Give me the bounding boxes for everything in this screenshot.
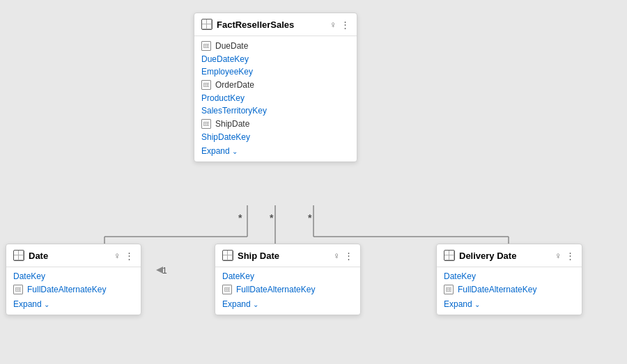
eye-icon-deliverydate[interactable]: ♀ — [555, 251, 562, 261]
section-icon-shipdate-fulldatealternatekey — [222, 285, 232, 294]
field-shipdatekey: ShipDateKey — [194, 131, 357, 143]
table-icon-date — [13, 250, 24, 261]
star-label-2: * — [270, 212, 274, 223]
table-title-shipdate: Ship Date — [238, 251, 329, 261]
field-salesterritorykey: SalesTerritoryKey — [194, 104, 357, 117]
field-label-employeekey: EmployeeKey — [201, 67, 253, 77]
more-icon-shipdate[interactable]: ⋮ — [344, 251, 353, 261]
section-duedate: DueDate — [194, 39, 357, 53]
expand-btn-date[interactable]: Expand ⌄ — [6, 296, 141, 312]
section-shipdate-fulldatealternatekey: FullDateAlternateKey — [215, 283, 360, 296]
field-label-deliverydate-fulldatealternatekey: FullDateAlternateKey — [458, 285, 536, 294]
table-card-shipdate: Ship Date ♀ ⋮ DateKey FullDateAlternateK… — [215, 244, 361, 315]
more-icon-deliverydate[interactable]: ⋮ — [566, 251, 575, 261]
section-label-orderdate: OrderDate — [215, 80, 254, 90]
table-body-deliverydate: DateKey FullDateAlternateKey Expand ⌄ — [437, 267, 582, 315]
field-label-salesterritorykey: SalesTerritoryKey — [201, 106, 267, 116]
table-header-date: Date ♀ ⋮ — [6, 244, 141, 267]
field-label-shipdatekey: ShipDateKey — [201, 132, 250, 142]
field-label-deliverydate-datekey: DateKey — [444, 271, 476, 281]
section-orderdate: OrderDate — [194, 78, 357, 92]
diagram-canvas: * * * 1 1 1 FactResellerSales ♀ ⋮ DueDat… — [0, 0, 627, 364]
header-actions-factresellersales: ♀ ⋮ — [330, 19, 350, 30]
section-date-fulldatealternatekey: FullDateAlternateKey — [6, 283, 141, 296]
table-title-factresellersales: FactResellerSales — [217, 19, 325, 30]
table-icon-deliverydate — [444, 250, 455, 261]
table-body-shipdate: DateKey FullDateAlternateKey Expand ⌄ — [215, 267, 360, 315]
field-label-date-fulldatealternatekey: FullDateAlternateKey — [27, 285, 106, 294]
table-header-factresellersales: FactResellerSales ♀ ⋮ — [194, 13, 357, 36]
section-deliverydate-fulldatealternatekey: FullDateAlternateKey — [437, 283, 582, 296]
chevron-icon-deliverydate: ⌄ — [474, 301, 480, 308]
header-actions-date: ♀ ⋮ — [114, 251, 134, 261]
field-label-duedatekey: DueDateKey — [201, 54, 249, 64]
table-icon-factresellersales — [201, 19, 212, 30]
star-label-1: * — [238, 212, 242, 223]
table-body-date: DateKey FullDateAlternateKey Expand ⌄ — [6, 267, 141, 315]
eye-icon-shipdate[interactable]: ♀ — [333, 251, 340, 261]
eye-icon-factresellersales[interactable]: ♀ — [330, 19, 336, 30]
expand-label-shipdate: Expand — [222, 299, 251, 309]
field-employeekey: EmployeeKey — [194, 65, 357, 78]
field-date-datekey: DateKey — [6, 270, 141, 283]
field-deliverydate-datekey: DateKey — [437, 270, 582, 283]
field-productkey: ProductKey — [194, 92, 357, 104]
field-shipdate-datekey: DateKey — [215, 270, 360, 283]
section-icon-date-fulldatealternatekey — [13, 285, 23, 294]
expand-btn-shipdate[interactable]: Expand ⌄ — [215, 296, 360, 312]
table-title-deliverydate: Delivery Date — [459, 251, 550, 261]
section-icon-deliverydate-fulldatealternatekey — [444, 285, 454, 294]
table-header-shipdate: Ship Date ♀ ⋮ — [215, 244, 360, 267]
table-header-deliverydate: Delivery Date ♀ ⋮ — [437, 244, 582, 267]
expand-label-factresellersales: Expand — [201, 146, 230, 156]
chevron-icon-date: ⌄ — [44, 301, 49, 308]
chevron-icon-factresellersales: ⌄ — [232, 148, 238, 155]
section-icon-shipdate — [201, 119, 211, 129]
field-label-shipdate-fulldatealternatekey: FullDateAlternateKey — [236, 285, 315, 294]
table-card-date: Date ♀ ⋮ DateKey FullDateAlternateKey Ex… — [6, 244, 141, 315]
table-card-factresellersales: FactResellerSales ♀ ⋮ DueDate DueDateKey… — [194, 13, 357, 162]
expand-label-date: Expand — [13, 299, 42, 309]
chevron-icon-shipdate: ⌄ — [253, 301, 258, 308]
one-label-date: 1 — [162, 266, 167, 276]
table-body-factresellersales: DueDate DueDateKey EmployeeKey OrderDate… — [194, 36, 357, 161]
header-actions-deliverydate: ♀ ⋮ — [555, 251, 575, 261]
field-label-productkey: ProductKey — [201, 93, 245, 103]
field-duedatekey: DueDateKey — [194, 53, 357, 65]
section-shipdate: ShipDate — [194, 117, 357, 131]
section-label-duedate: DueDate — [215, 41, 248, 51]
more-icon-date[interactable]: ⋮ — [125, 251, 134, 261]
section-icon-duedate — [201, 41, 211, 51]
expand-label-deliverydate: Expand — [444, 299, 472, 309]
star-label-3: * — [308, 212, 312, 223]
expand-btn-deliverydate[interactable]: Expand ⌄ — [437, 296, 582, 312]
table-icon-shipdate — [222, 250, 233, 261]
table-card-deliverydate: Delivery Date ♀ ⋮ DateKey FullDateAltern… — [436, 244, 582, 315]
eye-icon-date[interactable]: ♀ — [114, 251, 121, 261]
more-icon-factresellersales[interactable]: ⋮ — [341, 19, 350, 30]
expand-btn-factresellersales[interactable]: Expand ⌄ — [194, 143, 357, 159]
field-label-date-datekey: DateKey — [13, 271, 45, 281]
header-actions-shipdate: ♀ ⋮ — [333, 251, 353, 261]
field-label-shipdate-datekey: DateKey — [222, 271, 254, 281]
section-label-shipdate: ShipDate — [215, 119, 249, 129]
arrow-to-date — [156, 267, 163, 274]
table-title-date: Date — [29, 251, 109, 261]
section-icon-orderdate — [201, 80, 211, 90]
